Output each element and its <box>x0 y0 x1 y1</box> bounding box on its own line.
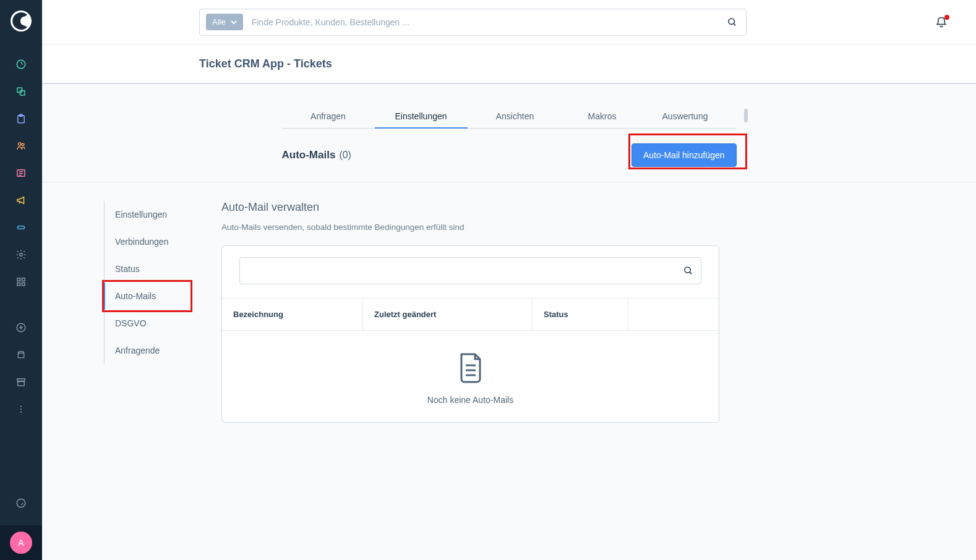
global-search[interactable]: Alle <box>199 9 747 36</box>
page-header: Ticket CRM App - Tickets <box>42 45 976 84</box>
app-logo[interactable] <box>0 0 42 42</box>
settings-nav-einstellungen[interactable]: Einstellungen <box>104 201 221 228</box>
settings-sidebar: Einstellungen Verbindungen Status Auto-M… <box>42 201 221 423</box>
svg-rect-12 <box>18 226 25 229</box>
section-count: (0) <box>339 150 351 161</box>
section-title: Auto-Mails <box>282 149 336 161</box>
svg-rect-24 <box>18 381 25 386</box>
empty-document-icon <box>458 352 484 384</box>
rail-orders-icon[interactable] <box>0 105 42 132</box>
panel-title: Auto-Mail verwalten <box>221 201 719 214</box>
tabs-scrollbar[interactable] <box>744 109 748 122</box>
add-auto-mail-button[interactable]: Auto-Mail hinzufügen <box>631 143 737 167</box>
svg-point-27 <box>20 411 22 412</box>
rail-customers-icon[interactable] <box>0 132 42 159</box>
svg-rect-18 <box>17 283 20 286</box>
search-scope-selector[interactable]: Alle <box>206 14 243 30</box>
rail-catalog-icon[interactable] <box>0 78 42 105</box>
rail-settings-icon[interactable] <box>0 241 42 268</box>
rail-dashboard-icon[interactable] <box>0 51 42 78</box>
th-actions <box>628 299 719 330</box>
auto-mails-card: Bezeichnung Zuletzt geändert Status Noch… <box>221 245 719 423</box>
rail-extensions-icon[interactable] <box>0 214 42 241</box>
settings-nav-status[interactable]: Status <box>104 255 221 282</box>
table-search-input[interactable] <box>247 266 683 276</box>
svg-line-30 <box>734 23 735 25</box>
svg-point-7 <box>22 143 24 146</box>
search-icon[interactable] <box>683 266 693 276</box>
rail-help-icon[interactable] <box>0 490 42 517</box>
svg-point-32 <box>685 267 690 273</box>
tab-einstellungen[interactable]: Einstellungen <box>375 105 468 129</box>
topbar: Alle <box>42 0 976 45</box>
search-icon[interactable] <box>725 17 740 27</box>
th-bezeichnung[interactable]: Bezeichnung <box>222 299 363 330</box>
rail-shop-icon[interactable] <box>0 341 42 368</box>
avatar-initial: A <box>18 538 24 548</box>
svg-point-6 <box>19 143 22 146</box>
svg-rect-17 <box>22 278 25 281</box>
table-search-field[interactable] <box>239 257 701 284</box>
chevron-down-icon <box>231 20 237 24</box>
svg-line-33 <box>690 272 691 274</box>
rail-store-icon[interactable] <box>0 368 42 396</box>
search-scope-label: Alle <box>212 17 226 27</box>
tab-makros[interactable]: Makros <box>563 105 642 128</box>
panel-subtitle: Auto-Mails versenden, sobald bestimmte B… <box>221 223 719 232</box>
settings-nav-anfragende[interactable]: Anfragende <box>104 337 221 364</box>
svg-point-25 <box>20 405 22 407</box>
svg-point-26 <box>20 409 22 410</box>
rail-marketing-icon[interactable] <box>0 187 42 214</box>
svg-point-29 <box>729 19 734 24</box>
tab-ansichten[interactable]: Ansichten <box>468 105 563 128</box>
empty-state: Noch keine Auto-Mails <box>222 331 719 422</box>
tab-auswertung[interactable]: Auswertung <box>642 105 729 128</box>
tabs: Anfragen Einstellungen Ansichten Makros … <box>282 105 737 129</box>
svg-point-31 <box>944 15 949 20</box>
settings-nav-dsgvo[interactable]: DSGVO <box>104 310 221 337</box>
svg-rect-19 <box>22 283 25 286</box>
rail-add-icon[interactable] <box>0 314 42 341</box>
svg-point-1 <box>17 60 25 69</box>
svg-point-15 <box>20 253 23 257</box>
table-header: Bezeichnung Zuletzt geändert Status <box>222 298 719 331</box>
admin-rail: A <box>0 0 42 560</box>
th-zuletzt-geaendert[interactable]: Zuletzt geändert <box>363 299 533 330</box>
rail-apps-icon[interactable] <box>0 268 42 295</box>
settings-nav-verbindungen[interactable]: Verbindungen <box>104 228 221 255</box>
rail-content-icon[interactable] <box>0 159 42 187</box>
settings-nav-auto-mails[interactable]: Auto-Mails <box>104 282 221 310</box>
page-title: Ticket CRM App - Tickets <box>199 57 332 70</box>
user-avatar[interactable]: A <box>0 525 42 560</box>
rail-more-icon[interactable] <box>0 396 42 423</box>
svg-rect-16 <box>17 278 20 281</box>
notifications-bell-icon[interactable] <box>931 12 951 32</box>
svg-point-28 <box>17 499 25 507</box>
th-status[interactable]: Status <box>533 299 628 330</box>
search-input[interactable] <box>243 17 725 27</box>
svg-rect-23 <box>18 353 24 357</box>
empty-message: Noch keine Auto-Mails <box>427 395 513 405</box>
tab-anfragen[interactable]: Anfragen <box>282 105 375 128</box>
